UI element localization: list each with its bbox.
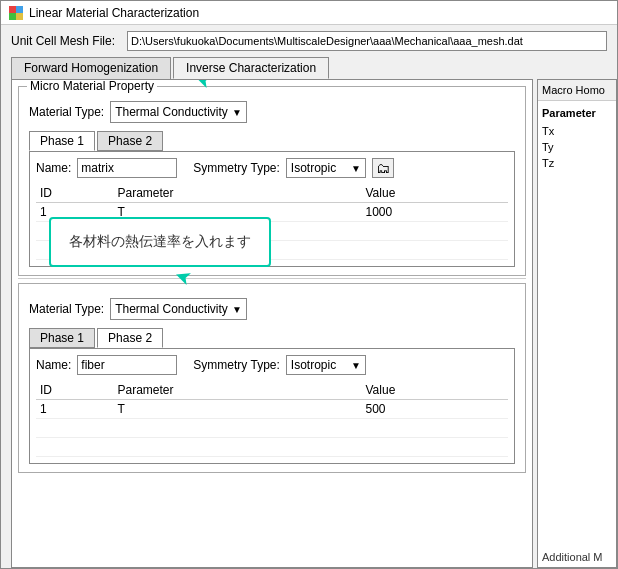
- horizontal-divider: [18, 278, 526, 279]
- main-window: Linear Material Characterization Unit Ce…: [0, 0, 618, 569]
- right-panel-param-section: Parameter Tx Ty Tz: [538, 101, 616, 175]
- svg-rect-0: [9, 6, 16, 13]
- lower-dropdown-arrow: ▼: [232, 304, 242, 315]
- upper-material-type-row: Material Type: Thermal Conductivity ▼ ➤: [23, 97, 521, 127]
- upper-name-input[interactable]: [77, 158, 177, 178]
- lower-symmetry-label: Symmetry Type:: [193, 358, 279, 372]
- lower-col-parameter: Parameter: [113, 381, 361, 400]
- upper-symmetry-arrow: ▼: [351, 163, 361, 174]
- lower-name-row: Name: Symmetry Type: Isotropic ▼: [36, 355, 508, 375]
- window-title: Linear Material Characterization: [29, 6, 199, 20]
- right-panel-spacer: [538, 175, 616, 547]
- lower-empty-row-1: [36, 419, 508, 438]
- right-panel-additional: Additional M: [538, 547, 616, 567]
- lower-cell-id: 1: [36, 400, 113, 419]
- lower-col-value: Value: [362, 381, 509, 400]
- svg-rect-1: [16, 6, 23, 13]
- upper-name-row: Name: Symmetry Type: Isotropic ▼ 🗂: [36, 158, 508, 178]
- svg-rect-3: [16, 13, 23, 20]
- lower-name-input[interactable]: [77, 355, 177, 375]
- mesh-file-label: Unit Cell Mesh File:: [11, 34, 121, 48]
- table-icon: 🗂: [376, 160, 390, 176]
- tab-inverse-characterization[interactable]: Inverse Characterization: [173, 57, 329, 79]
- upper-material-type-dropdown[interactable]: Thermal Conductivity ▼: [110, 101, 247, 123]
- upper-cell-value: 1000: [362, 203, 509, 222]
- lower-symmetry-arrow: ▼: [351, 360, 361, 371]
- lower-name-label: Name:: [36, 358, 71, 372]
- upper-symmetry-select[interactable]: Isotropic ▼: [286, 158, 366, 178]
- lower-symmetry-select[interactable]: Isotropic ▼: [286, 355, 366, 375]
- upper-arrow-indicator: ➤: [190, 79, 214, 95]
- lower-data-table: ID Parameter Value 1 T 500: [36, 381, 508, 457]
- upper-phase-1-tab[interactable]: Phase 1: [29, 131, 95, 151]
- app-icon: [9, 6, 23, 20]
- lower-phase-1-tab[interactable]: Phase 1: [29, 328, 95, 348]
- upper-phase-tabs: Phase 1 Phase 2: [23, 127, 521, 151]
- main-split: Micro Material Property Material Type: T…: [1, 79, 617, 568]
- upper-phase-2-tab[interactable]: Phase 2: [97, 131, 163, 151]
- lower-cell-value: 500: [362, 400, 509, 419]
- right-panel-param-label: Parameter: [542, 105, 612, 121]
- mesh-file-row: Unit Cell Mesh File:: [1, 25, 617, 57]
- lower-empty-row-2: [36, 438, 508, 457]
- lower-col-id: ID: [36, 381, 113, 400]
- lower-material-type-row: Material Type: Thermal Conductivity ▼ ➤: [23, 294, 521, 324]
- tab-forward-homogenization[interactable]: Forward Homogenization: [11, 57, 171, 79]
- lower-phase-2-tab[interactable]: Phase 2: [97, 328, 163, 348]
- upper-col-value: Value: [362, 184, 509, 203]
- title-bar: Linear Material Characterization: [1, 1, 617, 25]
- tooltip-box: 各材料の熱伝達率を入れます: [49, 217, 271, 267]
- lower-cell-parameter: T: [113, 400, 361, 419]
- upper-col-id: ID: [36, 184, 113, 203]
- lower-table-row: 1 T 500: [36, 400, 508, 419]
- content-area: Unit Cell Mesh File: Forward Homogenizat…: [1, 25, 617, 568]
- lower-material-type-dropdown[interactable]: Thermal Conductivity ▼: [110, 298, 247, 320]
- tabs-row: Forward Homogenization Inverse Character…: [1, 57, 617, 79]
- lower-material-type-label: Material Type:: [29, 302, 104, 316]
- lower-phase-content: Name: Symmetry Type: Isotropic ▼: [29, 348, 515, 464]
- upper-name-label: Name:: [36, 161, 71, 175]
- upper-table-icon-btn[interactable]: 🗂: [372, 158, 394, 178]
- mesh-file-input[interactable]: [127, 31, 607, 51]
- upper-material-type-label: Material Type:: [29, 105, 104, 119]
- lower-section: Material Type: Thermal Conductivity ▼ ➤ …: [18, 283, 526, 473]
- lower-phase-tabs: Phase 1 Phase 2: [23, 324, 521, 348]
- micro-material-section: Micro Material Property Material Type: T…: [18, 86, 526, 276]
- micro-material-label: Micro Material Property: [27, 79, 157, 93]
- upper-symmetry-label: Symmetry Type:: [193, 161, 279, 175]
- left-panel: Micro Material Property Material Type: T…: [11, 79, 533, 568]
- right-panel-param-ty: Ty: [542, 139, 612, 155]
- tooltip-text: 各材料の熱伝達率を入れます: [69, 233, 251, 249]
- right-panel-header: Macro Homo: [538, 80, 616, 101]
- upper-dropdown-arrow: ▼: [232, 107, 242, 118]
- svg-rect-2: [9, 13, 16, 20]
- right-panel-param-tz: Tz: [542, 155, 612, 171]
- upper-col-parameter: Parameter: [113, 184, 361, 203]
- right-panel: Macro Homo Parameter Tx Ty Tz Additional…: [537, 79, 617, 568]
- right-panel-param-tx: Tx: [542, 123, 612, 139]
